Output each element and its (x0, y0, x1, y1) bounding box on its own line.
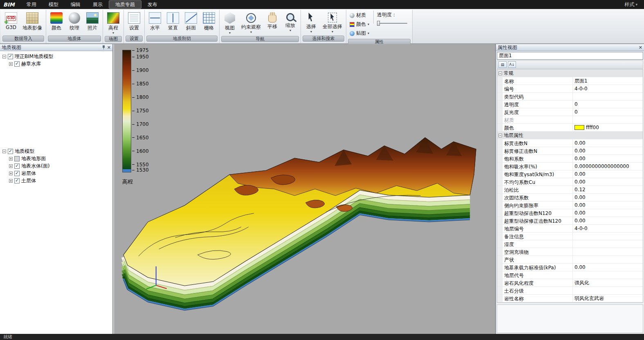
ribbon-button-设置[interactable]: 设置 (126, 11, 143, 32)
property-value[interactable]: 0 (573, 101, 643, 108)
property-value[interactable]: 强风化 (573, 279, 643, 286)
selected-object-box[interactable]: 层面1 (497, 52, 643, 60)
categorized-icon[interactable]: ▤ (498, 61, 507, 68)
property-row-饱和吸水率(%)[interactable]: 饱和吸水率(%)0.0000000000000000 (497, 163, 643, 170)
property-row-地基承载力标准值(kPa)[interactable]: 地基承载力标准值(kPa)0.00 (497, 264, 643, 271)
property-row-类型代码[interactable]: 类型代码 (497, 93, 643, 101)
property-value[interactable]: 4-0-0 (573, 85, 643, 92)
menu-模型[interactable]: 模型 (43, 0, 65, 9)
tree-item-土层体[interactable]: +土层体 (1, 177, 112, 184)
property-row-饱和系数[interactable]: 饱和系数0.00 (497, 155, 643, 163)
property-row-标贯击数N[interactable]: 标贯击数N0.00 (497, 139, 643, 147)
property-row-标贯修正击数N[interactable]: 标贯修正击数N0.00 (497, 147, 643, 155)
checkbox[interactable] (14, 178, 20, 183)
property-value[interactable]: 0.00 (573, 155, 643, 162)
ribbon-button-平移[interactable]: 平移 (264, 11, 281, 31)
ribbon-button-视图[interactable]: 视图▾ (221, 11, 238, 35)
property-value[interactable] (573, 248, 643, 255)
property-category-地层属性[interactable]: −地层属性 (497, 132, 643, 139)
ribbon-button-约束观察[interactable]: 约束观察▾ (239, 11, 263, 34)
tree-item-岩层体[interactable]: +岩层体 (1, 170, 112, 177)
property-value[interactable]: 0.00 (573, 170, 643, 178)
tree-item-地质模型[interactable]: −地质模型 (1, 148, 112, 155)
property-value[interactable]: 层面1 (573, 77, 643, 85)
pin-icon[interactable] (102, 45, 105, 49)
ribbon-button-颜色[interactable]: 颜色 (48, 11, 65, 32)
property-value[interactable]: 0.00 (573, 194, 643, 201)
ribbon-button-缩放[interactable]: 缩放▾ (282, 11, 299, 32)
expander-icon[interactable]: + (9, 179, 13, 183)
collapse-icon[interactable]: − (498, 134, 502, 137)
ribbon-button-全部选择[interactable]: 全部选择▾ (321, 11, 344, 34)
property-row-土石分级[interactable]: 土石分级 (497, 287, 643, 295)
ribbon-small-button-贴图[interactable]: 贴图▾ (348, 29, 371, 38)
checkbox[interactable] (14, 61, 20, 67)
property-value[interactable]: 弱风化玄武岩 (573, 295, 643, 302)
property-row-超重型动探击数N120[interactable]: 超重型动探击数N1200.00 (497, 209, 643, 217)
property-row-不均匀系数Cu[interactable]: 不均匀系数Cu0.00 (497, 178, 643, 186)
property-row-空洞充填物[interactable]: 空洞充填物 (497, 248, 643, 256)
property-value[interactable] (573, 256, 643, 263)
ribbon-button-水平[interactable]: 水平 (146, 11, 164, 32)
property-row-侧向约束膨胀率[interactable]: 侧向约束膨胀率0.00 (497, 201, 643, 209)
property-row-地层编号[interactable]: 地层编号4-0-0 (497, 225, 643, 233)
property-value[interactable]: 0.0000000000000000 (573, 163, 643, 170)
menu-展示[interactable]: 展示 (87, 0, 109, 9)
menu-发布[interactable]: 发布 (141, 0, 164, 9)
tree-item-赫章水库[interactable]: +赫章水库 (1, 60, 112, 67)
terrain-model[interactable] (114, 44, 495, 334)
property-category-常规[interactable]: −常规 (497, 69, 643, 77)
expander-icon[interactable]: + (9, 164, 13, 168)
collapse-icon[interactable]: − (498, 72, 502, 75)
checkbox[interactable] (8, 54, 13, 59)
sort-alphabetical-icon[interactable]: A↓ (508, 61, 516, 68)
menu-地质专题[interactable]: 地质专题 (109, 0, 141, 9)
ribbon-button-斜面[interactable]: 斜面 (182, 11, 200, 32)
property-value[interactable]: 0.12 (573, 186, 643, 193)
ribbon-small-button-材质[interactable]: 材质 (348, 11, 371, 20)
property-value[interactable] (573, 93, 643, 100)
tree-item-地表地形面[interactable]: +地表地形面 (1, 155, 112, 162)
expander-icon[interactable]: + (9, 62, 13, 66)
property-value[interactable]: 4-0-0 (573, 225, 643, 232)
ribbon-button-纹理[interactable]: 纹理 (66, 11, 83, 32)
property-value[interactable] (573, 233, 643, 240)
menu-编辑[interactable]: 编辑 (65, 0, 87, 9)
property-row-泊松比[interactable]: 泊松比0.12 (497, 186, 643, 194)
property-row-材质[interactable]: 材质 (497, 116, 643, 124)
property-row-饱和重度γsat(kN/m3)[interactable]: 饱和重度γsat(kN/m3)0.00 (497, 170, 643, 178)
close-icon[interactable]: ✕ (107, 45, 111, 50)
ribbon-button-栅格[interactable]: 栅格 (200, 11, 218, 32)
property-value[interactable]: ffff00 (573, 124, 643, 131)
checkbox[interactable] (8, 149, 13, 154)
expander-icon[interactable]: + (9, 172, 13, 175)
property-row-名称[interactable]: 名称层面1 (497, 77, 643, 85)
ribbon-button-选择[interactable]: 选择▾ (303, 11, 320, 34)
property-value[interactable]: 0.00 (573, 147, 643, 154)
ribbon-small-button-颜色[interactable]: 颜色▾ (348, 20, 371, 29)
transparency-slider[interactable] (377, 23, 407, 24)
property-value[interactable]: 0.00 (573, 264, 643, 271)
property-value[interactable] (573, 287, 643, 294)
property-value[interactable] (573, 271, 643, 279)
property-value[interactable]: 0.00 (573, 139, 643, 147)
property-row-地层代号[interactable]: 地层代号 (497, 271, 643, 279)
property-row-产状[interactable]: 产状 (497, 256, 643, 264)
property-value[interactable]: 0.00 (573, 217, 643, 224)
property-row-岩性名称[interactable]: 岩性名称弱风化玄武岩 (497, 295, 643, 302)
property-value[interactable]: 0.00 (573, 178, 643, 186)
tree-item-理正BIM地质模型[interactable]: −理正BIM地质模型 (1, 53, 112, 60)
close-icon[interactable]: ✕ (639, 45, 642, 50)
property-value[interactable] (573, 240, 643, 248)
checkbox[interactable] (14, 163, 20, 169)
property-row-备注信息[interactable]: 备注信息 (497, 233, 643, 240)
ribbon-button-竖直[interactable]: 竖直 (164, 11, 182, 32)
checkbox[interactable] (14, 171, 20, 176)
property-row-颜色[interactable]: 颜色ffff00 (497, 124, 643, 132)
property-value[interactable] (573, 116, 643, 123)
property-row-编号[interactable]: 编号4-0-0 (497, 85, 643, 93)
ribbon-button-地表影像[interactable]: 地表影像 (20, 11, 44, 32)
viewport-3d[interactable]: 1975195019001850180017501700165016001550… (114, 44, 495, 334)
color-swatch[interactable] (574, 125, 584, 130)
expander-icon[interactable]: + (9, 157, 13, 161)
